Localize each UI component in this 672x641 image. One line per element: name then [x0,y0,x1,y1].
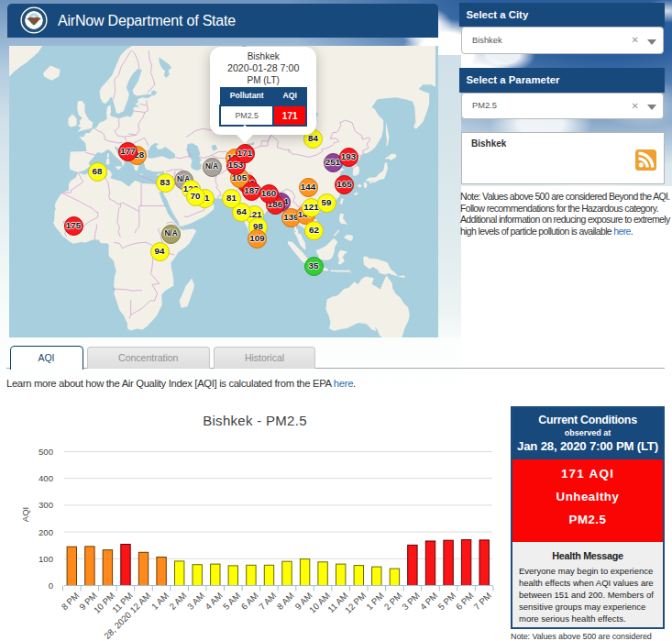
svg-text:AQI: AQI [20,507,30,523]
svg-text:200: 200 [39,527,53,537]
svg-text:1 AM: 1 AM [149,591,171,612]
svg-text:Bishkek - PM2.5: Bishkek - PM2.5 [203,413,307,428]
svg-text:0: 0 [49,580,53,591]
svg-text:8 AM: 8 AM [275,591,296,612]
svg-text:4 PM: 4 PM [418,591,440,613]
svg-text:4 AM: 4 AM [203,591,224,612]
svg-text:3 AM: 3 AM [185,591,206,612]
svg-text:2 AM: 2 AM [167,591,188,612]
svg-text:7 AM: 7 AM [257,591,278,612]
svg-text:7 PM: 7 PM [471,591,493,613]
svg-text:5 AM: 5 AM [221,591,242,612]
svg-text:8 PM: 8 PM [60,591,82,613]
svg-text:5 PM: 5 PM [435,591,457,613]
svg-text:3 PM: 3 PM [400,591,422,613]
svg-text:2 PM: 2 PM [382,591,404,613]
svg-text:500: 500 [39,447,53,457]
svg-text:6 AM: 6 AM [239,591,260,612]
svg-text:400: 400 [39,473,53,483]
svg-text:1 PM: 1 PM [364,591,386,613]
svg-text:6 PM: 6 PM [454,591,476,613]
svg-text:300: 300 [39,500,53,510]
svg-text:100: 100 [39,554,53,564]
